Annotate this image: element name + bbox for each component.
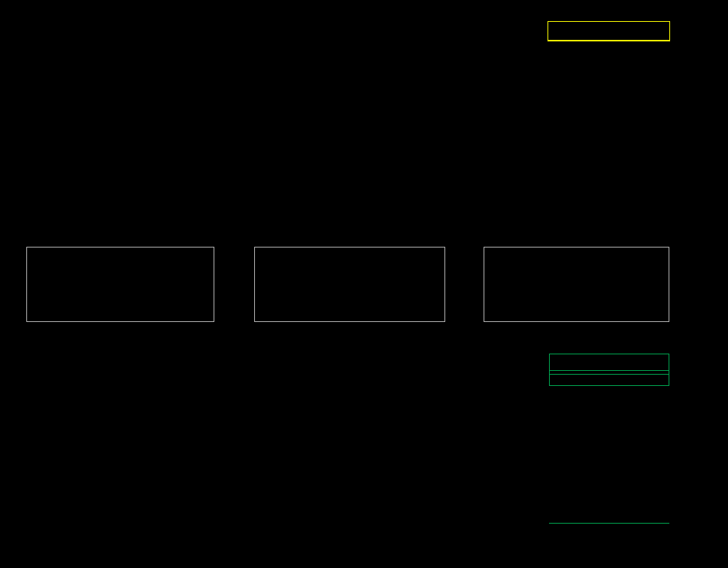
- bottom-ionogram-canvas: [21, 342, 540, 557]
- tec-bottom-row: [550, 374, 669, 385]
- autoscala-output-window: [0, 0, 728, 568]
- thumbnail-original-ionogram: [26, 247, 214, 322]
- aip-table-title: [550, 354, 669, 371]
- thumbnail-evidence-f2-trace: [484, 247, 669, 322]
- tec-top-row: [549, 512, 669, 524]
- thumbnail-eliminate-reflections: [254, 247, 445, 322]
- thumbnail-canvas: [27, 248, 214, 321]
- thumbnail-canvas: [255, 248, 444, 321]
- autoscala-table-title: [548, 22, 669, 41]
- top-ionogram-canvas: [21, 12, 540, 227]
- thumbnail-canvas: [484, 248, 669, 321]
- autoscala-output-table: [548, 21, 670, 41]
- aip-output-table: [549, 354, 669, 386]
